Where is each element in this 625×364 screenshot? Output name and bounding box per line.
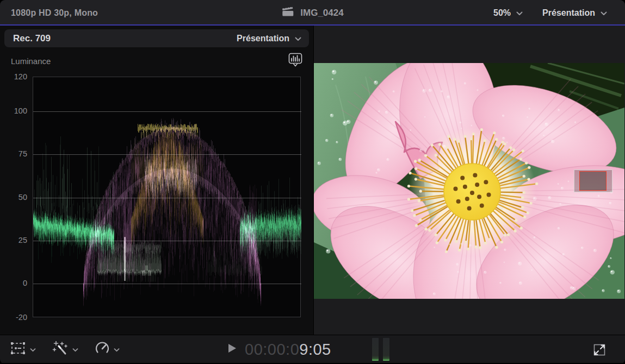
expand-icon [592, 342, 607, 357]
y-tick-label: 25 [0, 236, 27, 244]
timecode-dim-digits: 00:00:0 [245, 341, 299, 358]
chevron-down-icon [516, 8, 523, 18]
zoom-level-value: 50% [493, 8, 511, 18]
color-sample-rectangle[interactable] [574, 170, 612, 192]
audio-meters-button[interactable] [372, 338, 389, 361]
chevron-down-icon [601, 8, 607, 18]
retime-menu-button[interactable] [95, 341, 120, 357]
video-scopes-panel: Rec. 709 Présentation Luminance [0, 26, 314, 335]
chevron-down-icon [295, 34, 301, 43]
scope-view-menu[interactable]: Présentation [237, 34, 301, 43]
viewer-view-menu[interactable]: Présentation [542, 8, 607, 18]
timecode-bright-digits: 9:05 [299, 341, 331, 358]
viewer-photo [314, 63, 624, 299]
chevron-down-icon [114, 344, 120, 354]
scope-view-label: Présentation [237, 34, 289, 43]
y-tick-label: 120 [0, 72, 27, 81]
clapperboard-icon [281, 6, 294, 20]
y-tick-label: -20 [0, 313, 27, 322]
color-sample-inner-rect [579, 171, 607, 191]
chevron-down-icon [30, 344, 36, 354]
fcp-viewer-window: 1080p HD 30p, Mono IMG_0424 [0, 0, 625, 364]
timecode-display[interactable]: 00:00:09:05 [245, 341, 331, 359]
chevron-down-icon [72, 344, 78, 354]
enhancements-menu-button[interactable] [52, 341, 78, 358]
clip-name: IMG_0424 [300, 8, 343, 18]
magic-wand-icon [52, 341, 69, 358]
viewer-bottom-bar: 00:00:09:05 [0, 335, 625, 363]
expand-fullscreen-button[interactable] [592, 342, 607, 357]
y-tick-label: 100 [0, 106, 27, 115]
y-tick-label: 50 [0, 193, 27, 202]
luminance-waveform-plot [33, 77, 301, 317]
y-tick-label: 75 [0, 149, 27, 158]
viewer-view-label: Présentation [542, 8, 595, 18]
scope-channel-title: Luminance [11, 57, 51, 66]
audio-meter-left [372, 338, 379, 361]
crop-transform-menu-button[interactable] [10, 341, 36, 357]
y-tick-label: 0 [0, 279, 27, 287]
crop-transform-icon [10, 341, 26, 357]
luminance-waveform-canvas [33, 77, 301, 318]
audio-meter-right [383, 338, 389, 361]
zoom-level-menu[interactable]: 50% [493, 8, 523, 18]
scope-settings-button[interactable] [288, 53, 302, 68]
viewer-pane [314, 26, 625, 335]
viewer-toolbar: 1080p HD 30p, Mono IMG_0424 [0, 0, 625, 26]
play-icon[interactable] [227, 343, 237, 356]
colorspace-label: Rec. 709 [13, 33, 51, 44]
speedometer-icon [95, 341, 110, 357]
clip-format-label: 1080p HD 30p, Mono [11, 0, 98, 26]
scope-header-bar: Rec. 709 Présentation [4, 29, 309, 47]
